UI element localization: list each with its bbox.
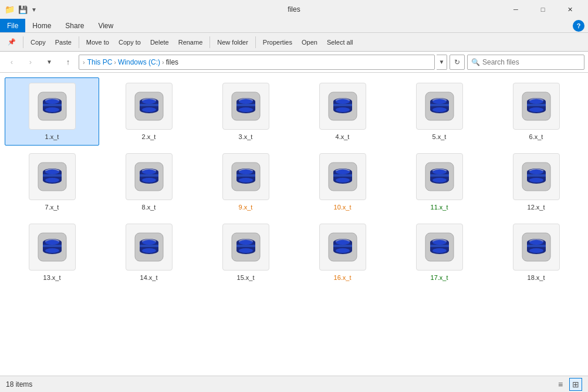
file-name: 13.x_t	[43, 274, 61, 281]
main-area: 1.x_t 2.x_t	[0, 73, 588, 376]
svg-point-48	[45, 178, 59, 183]
title-text: files	[288, 5, 300, 13]
title-dropdown[interactable]: ▼	[31, 6, 37, 13]
svg-point-27	[336, 107, 350, 112]
address-files: files	[166, 58, 178, 66]
file-item[interactable]: 12.x_t	[489, 148, 583, 216]
file-icon-wrapper	[29, 153, 76, 200]
file-item[interactable]: 17.x_t	[392, 218, 486, 286]
svg-point-104	[239, 248, 253, 253]
paste-button[interactable]: Paste	[51, 37, 76, 48]
file-item[interactable]: 4.x_t	[295, 77, 390, 146]
pin-quick-access-button[interactable]: 📌	[4, 36, 20, 48]
file-item[interactable]: 5.x_t	[392, 77, 486, 146]
svg-point-20	[239, 107, 253, 112]
svg-point-34	[432, 107, 447, 112]
file-item[interactable]: 3.x_t	[198, 77, 293, 146]
tab-file[interactable]: File	[0, 19, 25, 32]
file-icon-wrapper	[126, 153, 173, 200]
rename-button[interactable]: Rename	[174, 37, 207, 48]
svg-point-111	[336, 248, 350, 253]
forward-button[interactable]: ›	[22, 54, 39, 70]
file-item[interactable]: 18.x_t	[489, 218, 583, 286]
file-icon-wrapper	[416, 83, 463, 130]
search-box[interactable]: 🔍	[467, 55, 584, 70]
svg-rect-103	[236, 245, 255, 247]
file-item[interactable]: 2.x_t	[102, 77, 196, 146]
refresh-button[interactable]: ↻	[450, 55, 465, 70]
search-input[interactable]	[482, 58, 580, 66]
file-name: 12.x_t	[528, 204, 545, 211]
svg-point-69	[336, 178, 350, 183]
copy-to-button[interactable]: Copy to	[114, 37, 145, 48]
file-item[interactable]: 15.x_t	[198, 218, 293, 286]
file-item[interactable]: 9.x_t	[198, 148, 293, 216]
tab-home[interactable]: Home	[25, 19, 58, 32]
db-icon	[424, 91, 455, 121]
file-name: 14.x_t	[140, 274, 158, 281]
back-button[interactable]: ‹	[4, 54, 20, 70]
svg-point-55	[142, 178, 156, 183]
file-item[interactable]: 10.x_t	[295, 148, 390, 216]
file-icon-wrapper	[126, 83, 173, 130]
file-icon-wrapper	[513, 224, 560, 271]
file-item[interactable]: 7.x_t	[5, 148, 99, 216]
address-bar[interactable]: › This PC › Windows (C:) › files	[79, 55, 435, 70]
delete-button[interactable]: Delete	[146, 37, 173, 48]
tab-view[interactable]: View	[91, 19, 120, 32]
tab-share[interactable]: Share	[58, 19, 91, 32]
maximize-button[interactable]: □	[529, 0, 556, 19]
svg-rect-89	[43, 245, 62, 247]
address-dropdown-button[interactable]: ▼	[437, 55, 447, 70]
file-item[interactable]: 6.x_t	[489, 77, 583, 146]
recent-locations-button[interactable]: ▼	[41, 54, 58, 70]
file-item[interactable]: 11.x_t	[392, 148, 486, 216]
details-view-button[interactable]: ≡	[554, 378, 567, 391]
file-name: 5.x_t	[432, 133, 447, 140]
file-name: 1.x_t	[45, 133, 59, 140]
file-item[interactable]: 16.x_t	[295, 218, 390, 286]
open-button[interactable]: Open	[298, 37, 322, 48]
file-name: 8.x_t	[142, 204, 156, 211]
large-icons-view-button[interactable]: ⊞	[569, 378, 582, 391]
file-icon-wrapper	[126, 224, 173, 271]
db-icon	[37, 161, 67, 192]
svg-point-125	[529, 248, 543, 253]
help-button[interactable]: ?	[573, 20, 584, 32]
file-item[interactable]: 14.x_t	[102, 218, 196, 286]
move-to-button[interactable]: Move to	[82, 37, 113, 48]
close-button[interactable]: ✕	[556, 0, 583, 19]
ribbon-bar: 📌 Copy Paste Move to Copy to Delete Rena…	[0, 33, 588, 52]
title-quick-access-save[interactable]: 💾	[18, 5, 28, 14]
svg-point-118	[432, 248, 447, 253]
file-item[interactable]: 13.x_t	[5, 218, 99, 286]
minimize-button[interactable]: ─	[502, 0, 529, 19]
address-windows-c[interactable]: Windows (C:)	[118, 58, 160, 66]
svg-rect-68	[333, 174, 352, 177]
db-icon	[231, 161, 261, 192]
svg-rect-82	[527, 174, 546, 177]
file-item[interactable]: 1.x_t	[5, 77, 99, 146]
new-folder-button[interactable]: New folder	[213, 37, 252, 48]
file-name: 10.x_t	[334, 204, 352, 211]
file-icon-wrapper	[222, 224, 269, 271]
svg-point-62	[239, 178, 253, 183]
file-name: 15.x_t	[237, 274, 255, 281]
db-icon	[37, 91, 67, 121]
file-icon-wrapper	[416, 224, 463, 271]
file-name: 9.x_t	[239, 204, 253, 211]
db-icon	[37, 232, 67, 262]
svg-point-83	[529, 178, 543, 183]
db-icon	[424, 161, 455, 192]
db-icon	[134, 91, 164, 121]
up-button[interactable]: ↑	[60, 54, 76, 70]
file-icon-wrapper	[513, 153, 560, 200]
select-all-button[interactable]: Select all	[323, 37, 357, 48]
address-this-pc[interactable]: This PC	[87, 58, 113, 66]
item-count: 18 items	[6, 380, 32, 388]
copy-button[interactable]: Copy	[26, 37, 50, 48]
properties-button[interactable]: Properties	[259, 37, 296, 48]
window-controls: ─ □ ✕	[502, 0, 583, 19]
file-item[interactable]: 8.x_t	[102, 148, 196, 216]
file-icon-wrapper	[319, 153, 366, 200]
